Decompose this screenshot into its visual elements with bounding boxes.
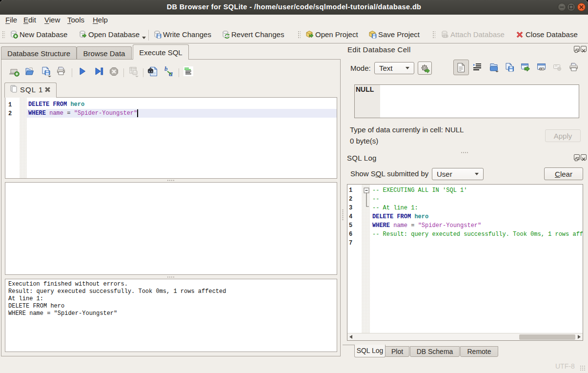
svg-text:b: b xyxy=(164,65,168,72)
